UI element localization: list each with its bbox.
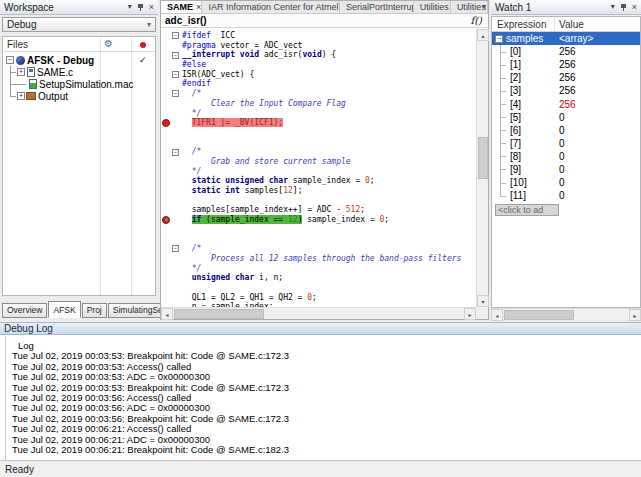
editor-tab-serialportinterrupt[interactable]: SerialPortInterrupt — [340, 1, 414, 13]
watch-row[interactable]: [5]0 — [492, 111, 640, 124]
workspace-tab-afsk[interactable]: AFSK — [48, 301, 80, 318]
tree-expander-icon[interactable]: − — [6, 56, 14, 64]
value-column-header[interactable]: Value — [559, 19, 584, 30]
workspace-tree-item-setupsimulation-mac[interactable]: SetupSimulation.mac — [3, 78, 155, 90]
fold-toggle-icon[interactable]: − — [172, 245, 179, 252]
editor-tab-utilities[interactable]: Utilities — [414, 1, 451, 13]
editor-vertical-scrollbar[interactable]: ▴ ▾ — [476, 29, 488, 307]
code-line[interactable]: Grab and store current sample — [161, 157, 476, 167]
code-line[interactable]: −__interrupt void adc_isr(void) { — [161, 50, 476, 60]
watch-row[interactable]: −samples<array> — [492, 32, 640, 45]
scroll-down-icon[interactable]: ▾ — [477, 295, 489, 307]
code-line[interactable]: −#ifdef ICC — [161, 31, 476, 41]
workspace-tree-item-same-c[interactable]: +SAME.c — [3, 66, 155, 78]
watch-row[interactable]: [2]256 — [492, 71, 640, 84]
debug-log-header[interactable]: Debug Log — [0, 322, 641, 335]
code-line[interactable]: − /* — [161, 89, 476, 99]
scroll-left-icon[interactable]: ◂ — [491, 309, 503, 321]
workspace-tab-proj[interactable]: Proj — [82, 303, 107, 318]
files-column-header[interactable]: Files ⚙ — [3, 37, 155, 52]
code-line[interactable]: samples[sample_index++] = ADC - 512; — [161, 205, 476, 215]
watch-row[interactable]: [11]0 — [492, 189, 640, 202]
code-line[interactable]: − /* — [161, 244, 476, 254]
watch-row[interactable]: [0]256 — [492, 45, 640, 58]
breakpoint-icon[interactable] — [162, 119, 170, 127]
code-line[interactable]: #pragma vector = ADC_vect — [161, 41, 476, 51]
watch-horizontal-scrollbar[interactable]: ◂ ▸ — [491, 308, 641, 320]
scrollbar-thumb[interactable] — [504, 310, 574, 320]
workspace-tab-overview[interactable]: Overview — [2, 303, 47, 318]
debug-log-content[interactable]: LogTue Jul 02, 2019 00:03:53: Breakpoint… — [0, 336, 641, 460]
code-line[interactable]: #endif — [161, 79, 476, 89]
watch-row[interactable]: [6]0 — [492, 124, 640, 137]
code-line[interactable]: Process all 12 samples through the band-… — [161, 254, 476, 264]
scrollbar-thumb[interactable] — [174, 309, 264, 319]
code-line[interactable] — [161, 225, 476, 235]
scroll-left-icon[interactable]: ◂ — [161, 308, 173, 320]
expression-column-header[interactable]: Expression — [497, 19, 546, 30]
code-editor[interactable]: −#ifdef ICC#pragma vector = ADC_vect−__i… — [161, 29, 476, 307]
workspace-tree-item-output[interactable]: +Output — [3, 90, 155, 102]
watch-panel-header[interactable]: Watch 1 ▾ × — [491, 0, 641, 15]
watch-row[interactable]: [7]0 — [492, 137, 640, 150]
scroll-up-icon[interactable]: ▴ — [477, 29, 489, 41]
code-line[interactable]: */ — [161, 167, 476, 177]
configuration-dropdown[interactable]: Debug ▾ — [2, 17, 156, 32]
watch-row[interactable]: [1]256 — [492, 58, 640, 71]
editor-tab-same[interactable]: SAME× — [161, 1, 202, 13]
code-line[interactable]: unsigned char i, n; — [161, 273, 476, 283]
close-icon[interactable]: × — [149, 3, 154, 12]
close-icon[interactable]: × — [632, 3, 637, 12]
watch-column-headers[interactable]: Expression Value — [492, 17, 640, 32]
code-line[interactable]: if (sample_index == 12) sample_index = 0… — [161, 215, 476, 225]
watch-row[interactable]: [8]0 — [492, 150, 640, 163]
code-line[interactable]: −ISR(ADC_vect) { — [161, 70, 476, 80]
panel-menu-icon[interactable]: ▾ — [611, 3, 615, 11]
workspace-tree-item-afsk-debug[interactable]: −AFSK - Debug✓ — [3, 54, 155, 66]
scroll-right-icon[interactable]: ▸ — [629, 309, 641, 321]
watch-row[interactable]: [4]256 — [492, 97, 640, 110]
tree-expander-icon[interactable]: + — [17, 68, 25, 76]
watch-add-expression-field[interactable]: <click to ad — [495, 204, 559, 216]
watch-row[interactable]: [10]0 — [492, 176, 640, 189]
code-line[interactable]: */ — [161, 109, 476, 119]
column-separator[interactable] — [554, 17, 555, 31]
gear-icon[interactable]: ⚙ — [104, 38, 113, 49]
fold-toggle-icon[interactable]: − — [172, 32, 179, 39]
function-selector-button[interactable]: f() — [470, 15, 484, 26]
code-line[interactable]: Clear the Input Compare Flag — [161, 99, 476, 109]
code-line[interactable] — [161, 196, 476, 206]
workspace-panel-header[interactable]: Workspace ▾ × — [0, 0, 158, 15]
workspace-tab-simulatingse[interactable]: SimulatingSe — [108, 303, 168, 318]
scrollbar-thumb[interactable] — [478, 137, 488, 179]
code-line[interactable] — [161, 138, 476, 148]
pin-icon[interactable] — [620, 3, 627, 12]
tree-expander-icon[interactable]: − — [495, 35, 503, 43]
tree-expander-icon[interactable]: + — [17, 92, 25, 100]
execution-point-icon[interactable] — [162, 216, 170, 224]
code-line[interactable] — [161, 283, 476, 293]
pin-icon[interactable] — [137, 3, 144, 12]
watch-row[interactable]: [9]0 — [492, 163, 640, 176]
code-line[interactable] — [161, 234, 476, 244]
editor-horizontal-scrollbar[interactable]: ◂ ▸ — [161, 307, 476, 319]
code-line[interactable]: #else — [161, 60, 476, 70]
code-line[interactable]: static unsigned char sample_index = 0; — [161, 176, 476, 186]
code-line[interactable]: */ — [161, 264, 476, 274]
fold-toggle-icon[interactable]: − — [172, 90, 179, 97]
tab-list-menu-icon[interactable]: ▾ — [482, 3, 486, 11]
panel-menu-icon[interactable]: ▾ — [128, 3, 132, 11]
watch-value: <array> — [559, 33, 593, 44]
scroll-right-icon[interactable]: ▸ — [464, 308, 476, 320]
code-line[interactable] — [161, 128, 476, 138]
close-icon[interactable]: × — [196, 2, 201, 12]
watch-row[interactable]: [3]256 — [492, 84, 640, 97]
editor-tab-iar-information-center-for-atmel-avr[interactable]: IAR Information Center for Atmel AVR — [202, 1, 340, 13]
fold-toggle-icon[interactable]: − — [172, 71, 179, 78]
code-line[interactable]: − /* — [161, 147, 476, 157]
fold-toggle-icon[interactable]: − — [172, 149, 179, 156]
code-line[interactable]: QL1 = QL2 = QH1 = QH2 = 0; — [161, 293, 476, 303]
code-line[interactable]: static int samples[12]; — [161, 186, 476, 196]
fold-toggle-icon[interactable]: − — [172, 52, 179, 59]
code-line[interactable]: TIFR1 |= _BV(ICF1); — [161, 118, 476, 128]
